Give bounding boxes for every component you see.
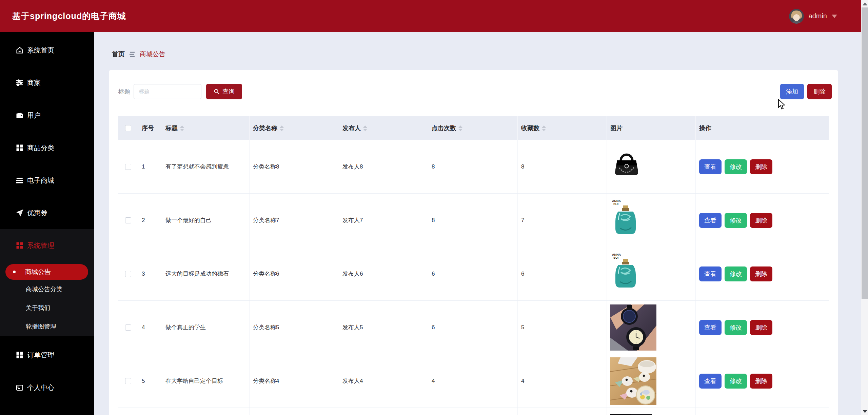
cell-clicks: 6 (428, 301, 518, 354)
sidebar-item-个人中心[interactable]: 个人中心 (0, 371, 94, 404)
add-button[interactable]: 添加 (780, 84, 804, 99)
delete-button[interactable]: 删除 (807, 84, 832, 99)
sliders-icon (16, 79, 24, 87)
edit-button[interactable]: 修改 (725, 320, 747, 335)
cell-num: 5 (138, 354, 162, 408)
column-header-标题[interactable]: 标题 (162, 116, 250, 140)
cell-title: 远大的目标是成功的磁石 (162, 247, 250, 300)
sidebar-item-系统管理[interactable]: 系统管理 (0, 229, 94, 262)
row-checkbox[interactable] (125, 378, 131, 384)
sidebar-item-label: 电子商城 (27, 176, 54, 185)
search-icon (214, 88, 220, 95)
table-row: 4做个真正的学生分类名称5发布人565查看修改删除 (118, 301, 829, 354)
cell-category: 分类名称8 (250, 140, 339, 193)
column-header-点击次数[interactable]: 点击次数 (428, 116, 518, 140)
sort-arrows-icon[interactable] (363, 125, 367, 131)
row-delete-button[interactable]: 删除 (750, 266, 772, 281)
grid-icon (16, 241, 24, 250)
sidebar-item-label: 系统管理 (27, 241, 54, 250)
sidebar-item-电子商城[interactable]: 电子商城 (0, 164, 94, 197)
sidebar-subitem-商城公告分类[interactable]: 商城公告分类 (0, 280, 94, 298)
cell-category: 分类名称4 (250, 354, 339, 408)
sidebar-subitem-关于我们[interactable]: 关于我们 (0, 298, 94, 317)
sidebar-subitem-轮播图管理[interactable]: 轮播图管理 (0, 317, 94, 336)
edit-button[interactable]: 修改 (725, 374, 747, 389)
row-checkbox[interactable] (125, 164, 131, 170)
column-header-序号: 序号 (138, 116, 162, 140)
row-delete-button[interactable]: 删除 (750, 213, 772, 228)
view-button[interactable]: 查看 (699, 374, 722, 389)
column-header-label: 收藏数 (521, 124, 539, 132)
wallet-icon (16, 111, 24, 119)
edit-button[interactable]: 修改 (725, 266, 747, 281)
sort-arrows-icon[interactable] (280, 125, 284, 131)
sidebar-item-用户[interactable]: 用户 (0, 99, 94, 132)
avatar[interactable] (789, 9, 804, 24)
sort-arrows-icon[interactable] (458, 125, 462, 131)
scrollbar-thumb[interactable] (862, 7, 868, 299)
cell-favorites: 7 (518, 194, 607, 247)
title-filter-input[interactable] (134, 84, 201, 99)
sidebar-item-系统首页[interactable]: 系统首页 (0, 34, 94, 66)
cell-publisher: 发布人5 (339, 301, 428, 354)
row-delete-button[interactable]: 删除 (750, 374, 772, 389)
view-button[interactable]: 查看 (699, 320, 722, 335)
sidebar-subitem-label: 轮播图管理 (26, 322, 56, 331)
scroll-up-button[interactable] (861, 1, 868, 7)
sidebar-item-商品分类[interactable]: 商品分类 (0, 132, 94, 164)
view-button[interactable]: 查看 (699, 213, 722, 228)
sidebar-item-商家[interactable]: 商家 (0, 66, 94, 99)
cell-publisher: 发布人6 (339, 247, 428, 300)
column-header-分类名称[interactable]: 分类名称 (250, 116, 339, 140)
sort-arrows-icon[interactable] (180, 125, 184, 131)
cell-category (250, 408, 339, 415)
grid-icon (16, 351, 24, 359)
sidebar-item-label: 优惠券 (27, 209, 47, 218)
sidebar-item-label: 用户 (27, 111, 41, 120)
column-header-label: 图片 (610, 124, 623, 132)
top-header-bar: 基于springcloud的电子商城 admin (0, 0, 861, 32)
scroll-down-button[interactable] (861, 408, 868, 414)
row-delete-button[interactable]: 删除 (750, 159, 772, 174)
sidebar-item-label: 商家 (27, 78, 41, 87)
view-button[interactable]: 查看 (699, 266, 722, 281)
sidebar-menu: 系统首页商家用户商品分类电子商城优惠券系统管理商城公告商城公告分类关于我们轮播图… (0, 34, 94, 404)
column-header-label: 操作 (699, 124, 711, 132)
send-icon (16, 209, 24, 217)
sort-arrows-icon[interactable] (542, 125, 546, 131)
search-button[interactable]: 查询 (206, 84, 242, 99)
row-checkbox[interactable] (125, 271, 131, 277)
row-checkbox[interactable] (125, 324, 131, 331)
table-row: 查看修改删除 (118, 408, 829, 415)
cell-title: 做一个最好的自己 (162, 194, 250, 247)
sidebar-subitem-商城公告[interactable]: 商城公告 (5, 264, 88, 280)
column-header-收藏数[interactable]: 收藏数 (518, 116, 607, 140)
cell-title: 做个真正的学生 (162, 301, 250, 354)
edit-button[interactable]: 修改 (725, 213, 747, 228)
breadcrumb-home[interactable]: 首页 (112, 50, 125, 59)
svg-text:SUI: SUI (613, 202, 618, 206)
column-header-发布人[interactable]: 发布人 (339, 116, 428, 140)
table-row: 1有了梦想就不会感到疲惫分类名称8发布人888查看修改删除 (118, 140, 829, 194)
table-row: 5在大学给自己定个目标分类名称4发布人444查看修改删除 (118, 354, 829, 408)
app-title: 基于springcloud的电子商城 (12, 0, 126, 32)
cell-favorites (518, 408, 607, 415)
view-button[interactable]: 查看 (699, 159, 722, 174)
row-delete-button[interactable]: 删除 (750, 320, 772, 335)
column-header-操作: 操作 (696, 116, 829, 140)
select-all-checkbox[interactable] (125, 125, 131, 131)
user-menu[interactable]: admin (789, 0, 837, 32)
sidebar-item-优惠券[interactable]: 优惠券 (0, 197, 94, 229)
sidebar-item-订单管理[interactable]: 订单管理 (0, 339, 94, 371)
vertical-scrollbar[interactable] (861, 0, 868, 415)
home-icon (16, 46, 24, 54)
row-checkbox[interactable] (125, 217, 131, 223)
table-row: 2做一个最好的自己分类名称7发布人787ANNASUI查看修改删除 (118, 194, 829, 247)
edit-button[interactable]: 修改 (725, 159, 747, 174)
active-dot-icon (13, 271, 16, 273)
column-header-label: 分类名称 (253, 124, 277, 132)
sidebar-subitem-label: 商城公告分类 (26, 285, 62, 293)
sidebar-section: 系统管理商城公告商城公告分类关于我们轮播图管理 (0, 229, 94, 336)
cell-favorites: 5 (518, 301, 607, 354)
cell-publisher: 发布人4 (339, 354, 428, 408)
